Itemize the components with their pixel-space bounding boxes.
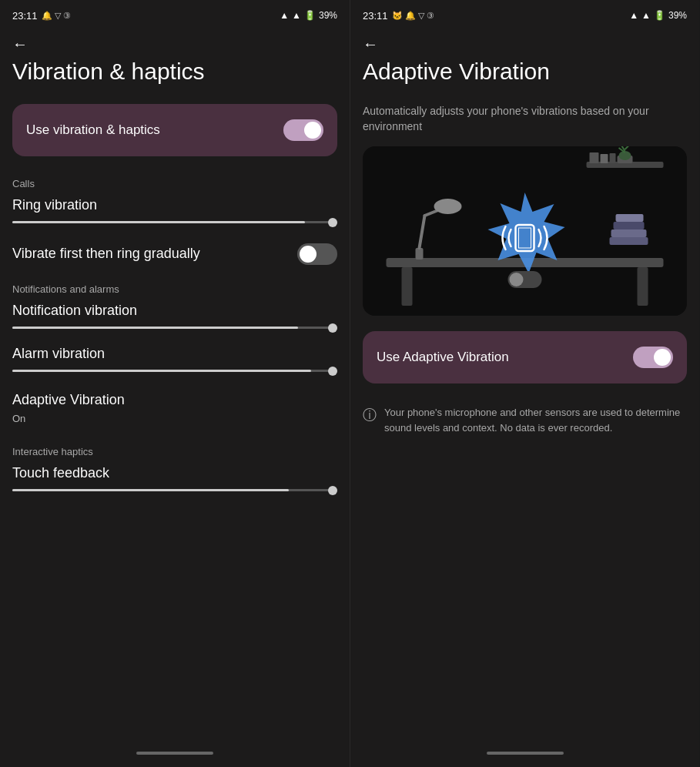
right-content: Adaptive Vibration Automatically adjusts… [350, 58, 699, 745]
status-time-left: 23:11 🔔 ▽ ③ [12, 10, 71, 22]
main-toggle-row[interactable]: Use vibration & haptics [12, 104, 337, 156]
info-row: ⓘ Your phone's microphone and other sens… [363, 405, 687, 435]
adaptive-vibration-title: Adaptive Vibration [12, 392, 337, 408]
notification-vibration-slider-row[interactable] [12, 327, 337, 329]
notification-vibration-track[interactable] [12, 327, 337, 329]
section-calls: Calls [12, 178, 337, 189]
bottom-pill-left [136, 752, 213, 755]
section-haptics: Interactive haptics [12, 446, 337, 457]
vibrate-first-row[interactable]: Vibrate first then ring gradually [12, 240, 337, 280]
touch-feedback-slider-row[interactable] [12, 489, 337, 491]
wifi-icon: ▲ [280, 10, 289, 21]
illustration-box [363, 146, 687, 316]
main-toggle-switch[interactable] [283, 119, 323, 141]
adaptive-toggle-switch[interactable] [633, 347, 673, 368]
vibrate-first-knob [300, 246, 317, 263]
battery-icon-right: 🔋 [654, 10, 665, 21]
right-panel: 23:11 🐱 🔔 ▽ ③ ▲ ▲ 🔋 39% ← Adaptive Vibra… [350, 0, 699, 767]
alarm-vibration-label: Alarm vibration [12, 346, 337, 362]
touch-feedback-fill [12, 489, 289, 491]
section-notifications: Notifications and alarms [12, 283, 337, 295]
svg-rect-8 [601, 154, 608, 163]
notification-vibration-item: Notification vibration [12, 303, 337, 329]
touch-feedback-item: Touch feedback [12, 465, 337, 491]
adaptive-vibration-sub: On [12, 413, 337, 424]
left-content: Vibration & haptics Use vibration & hapt… [0, 58, 350, 745]
svg-rect-20 [616, 214, 644, 222]
status-bar-right: 23:11 🐱 🔔 ▽ ③ ▲ ▲ 🔋 39% [350, 0, 699, 28]
svg-rect-9 [610, 153, 616, 163]
ring-vibration-label: Ring vibration [12, 197, 337, 213]
back-row-right: ← [350, 28, 699, 58]
notification-vibration-label: Notification vibration [12, 303, 337, 319]
svg-rect-19 [614, 222, 645, 229]
main-toggle-label: Use vibration & haptics [26, 122, 160, 138]
alarm-vibration-track[interactable] [12, 370, 337, 372]
vibrate-first-label: Vibrate first then ring gradually [12, 245, 200, 263]
touch-feedback-track[interactable] [12, 489, 337, 491]
svg-point-16 [434, 199, 462, 214]
page-title-right: Adaptive Vibration [363, 58, 687, 85]
battery-icon: 🔋 [304, 10, 316, 21]
alarm-vibration-fill [12, 370, 311, 372]
notification-icons-right: 🐱 🔔 ▽ ③ [392, 11, 434, 21]
status-time-right: 23:11 🐱 🔔 ▽ ③ [363, 10, 434, 22]
bottom-pill-right [487, 752, 564, 755]
ring-vibration-item: Ring vibration [12, 197, 337, 223]
svg-rect-11 [402, 267, 413, 306]
wifi-icon-right: ▲ [629, 10, 638, 21]
notification-icons: 🔔 ▽ ③ [42, 11, 71, 21]
ring-vibration-fill [12, 221, 305, 223]
signal-icon: ▲ [292, 10, 301, 21]
vibrate-first-switch[interactable] [297, 243, 337, 265]
touch-feedback-label: Touch feedback [12, 465, 337, 481]
svg-rect-12 [638, 267, 648, 306]
alarm-vibration-slider-row[interactable] [12, 370, 337, 372]
touch-feedback-thumb[interactable] [328, 486, 337, 495]
signal-icon-right: ▲ [641, 10, 651, 21]
svg-point-25 [510, 273, 524, 286]
svg-rect-18 [611, 229, 647, 237]
ring-vibration-thumb[interactable] [328, 218, 337, 227]
status-icons-left: ▲ ▲ 🔋 39% [280, 10, 337, 21]
description-text: Automatically adjusts your phone's vibra… [363, 104, 687, 134]
adaptive-toggle-knob [654, 349, 671, 366]
alarm-vibration-item: Alarm vibration [12, 346, 337, 372]
illustration-svg [363, 146, 687, 316]
back-button-left[interactable]: ← [12, 35, 28, 52]
ring-vibration-track[interactable] [12, 221, 337, 223]
back-button-right[interactable]: ← [363, 35, 378, 52]
notification-vibration-thumb[interactable] [328, 323, 337, 333]
info-icon: ⓘ [363, 406, 377, 424]
svg-rect-7 [590, 152, 599, 163]
notification-vibration-fill [12, 327, 298, 329]
svg-rect-13 [416, 248, 424, 260]
status-bar-left: 23:11 🔔 ▽ ③ ▲ ▲ 🔋 39% [0, 0, 350, 28]
status-icons-right: ▲ ▲ 🔋 39% [629, 10, 687, 21]
back-row-left: ← [0, 28, 350, 58]
ring-vibration-slider-row[interactable] [12, 221, 337, 223]
page-title-left: Vibration & haptics [12, 58, 337, 85]
alarm-vibration-thumb[interactable] [328, 367, 337, 376]
svg-rect-17 [610, 237, 648, 245]
adaptive-toggle-label: Use Adaptive Vibration [377, 350, 509, 365]
adaptive-toggle-row[interactable]: Use Adaptive Vibration [363, 331, 687, 384]
main-toggle-knob [304, 122, 321, 139]
bottom-bar-right [350, 745, 699, 767]
bottom-bar-left [0, 745, 350, 767]
adaptive-vibration-link[interactable]: Adaptive Vibration On [12, 389, 337, 441]
left-panel: 23:11 🔔 ▽ ③ ▲ ▲ 🔋 39% ← Vibration & hapt… [0, 0, 350, 767]
info-disclaimer: Your phone's microphone and other sensor… [384, 405, 687, 435]
